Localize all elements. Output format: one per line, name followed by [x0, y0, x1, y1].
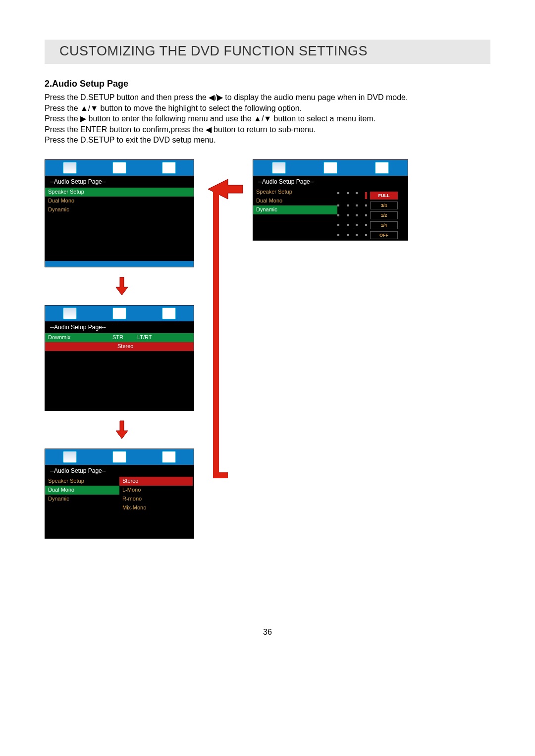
audio-tab-icon	[112, 162, 126, 174]
svg-rect-1	[213, 189, 219, 476]
video-tab-icon	[375, 162, 389, 174]
picture-tab-icon	[63, 307, 77, 319]
menu-tabs	[45, 305, 194, 321]
audio-tab-icon	[112, 307, 126, 319]
page-banner: CUSTOMIZING THE DVD FUNCTION SETTINGS	[45, 40, 490, 64]
dynamic-level-12[interactable]: 1/2	[337, 210, 402, 220]
audio-menu-3: --Audio Setup Page-- Speaker Setup Dual …	[45, 449, 194, 539]
section-heading: 2.Audio Setup Page	[45, 79, 490, 89]
submenu-item-l-mono[interactable]: L-Mono	[119, 486, 193, 495]
submenu-item-stereo[interactable]: Stereo	[45, 342, 194, 351]
dynamic-level-34[interactable]: 3/4	[337, 201, 402, 210]
menu-footer-bar	[45, 261, 194, 267]
flow-arrow-down-2	[114, 420, 130, 440]
menu-item-dual-mono[interactable]: Dual Mono	[253, 197, 337, 205]
flow-connector	[198, 159, 248, 506]
menu-3-rows: Speaker Setup Dual Mono Dynamic Stereo L…	[45, 477, 194, 512]
dynamic-level-14[interactable]: 1/4	[337, 220, 402, 230]
audio-tab-icon	[323, 162, 337, 174]
menu-item-downmix[interactable]: Downmix STR LT/RT	[45, 333, 194, 342]
svg-rect-2	[213, 472, 228, 478]
page-number: 36	[45, 628, 490, 637]
banner-title: CUSTOMIZING THE DVD FUNCTION SETTINGS	[59, 44, 368, 58]
menu-item-speaker-setup[interactable]: Speaker Setup	[253, 188, 337, 197]
picture-tab-icon	[272, 162, 286, 174]
menu-1-rows: Speaker Setup Dual Mono Dynamic	[45, 188, 194, 259]
submenu-item-r-mono[interactable]: R-mono	[119, 495, 193, 504]
menu-item-dynamic[interactable]: Dynamic	[253, 205, 337, 214]
video-tab-icon	[162, 307, 176, 319]
menu-2-rows: Downmix STR LT/RT Stereo	[45, 333, 194, 410]
dynamic-level-full[interactable]: FULL	[337, 191, 402, 201]
audio-menu-1: --Audio Setup Page-- Speaker Setup Dual …	[45, 159, 194, 267]
menu-item-speaker-setup[interactable]: Speaker Setup	[45, 477, 119, 486]
menu-tabs	[45, 160, 194, 176]
instruction-text: Press the D.SETUP button and then press …	[45, 92, 490, 146]
audio-menu-2: --Audio Setup Page-- Downmix STR LT/RT S…	[45, 305, 194, 411]
menu-item-dual-mono[interactable]: Dual Mono	[45, 486, 119, 495]
flow-arrow-down-1	[114, 276, 130, 296]
menu-page-label: --Audio Setup Page--	[253, 176, 408, 188]
menu-item-dynamic[interactable]: Dynamic	[45, 205, 194, 214]
submenu-item-stereo[interactable]: Stereo	[119, 477, 193, 486]
dynamic-level-off[interactable]: OFF	[337, 230, 402, 240]
menu-tabs	[253, 160, 408, 176]
menu-item-dynamic[interactable]: Dynamic	[45, 495, 119, 504]
video-tab-icon	[162, 162, 176, 174]
menu-page-label: --Audio Setup Page--	[45, 465, 194, 477]
audio-menu-4: --Audio Setup Page-- Speaker Setup Dual …	[253, 159, 408, 241]
submenu-item-mix-mono[interactable]: Mix-Mono	[119, 504, 193, 512]
menu-page-label: --Audio Setup Page--	[45, 321, 194, 333]
audio-tab-icon	[112, 451, 126, 463]
picture-tab-icon	[63, 162, 77, 174]
menu-tabs	[45, 449, 194, 465]
menu-item-dual-mono[interactable]: Dual Mono	[45, 197, 194, 205]
menu-item-speaker-setup[interactable]: Speaker Setup	[45, 188, 194, 197]
picture-tab-icon	[63, 451, 77, 463]
video-tab-icon	[162, 451, 176, 463]
dynamic-level-panel: FULL 3/4 1/2 1/4	[337, 188, 402, 240]
menu-page-label: --Audio Setup Page--	[45, 176, 194, 188]
